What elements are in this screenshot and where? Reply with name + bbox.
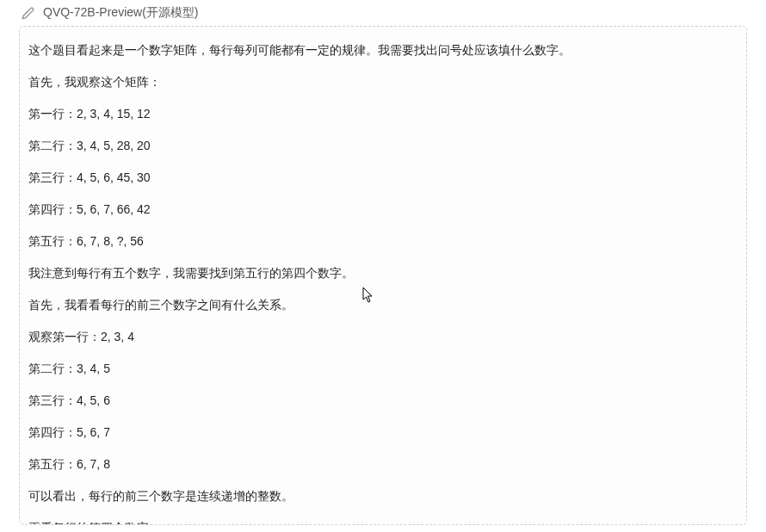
edit-icon[interactable] [21,6,34,20]
paragraph: 第四行：5, 6, 7, 66, 42 [28,201,738,219]
model-title: QVQ-72B-Preview(开源模型) [43,5,198,21]
paragraph: 可以看出，每行的前三个数字是连续递增的整数。 [28,487,738,505]
paragraph: 第四行：5, 6, 7 [28,424,738,442]
paragraph: 第三行：4, 5, 6, 45, 30 [28,169,738,187]
paragraph: 第五行：6, 7, 8 [28,455,738,473]
paragraph: 这个题目看起来是一个数字矩阵，每行每列可能都有一定的规律。我需要找出问号处应该填… [28,41,738,59]
paragraph: 观察第一行：2, 3, 4 [28,328,738,346]
paragraph: 首先，我观察这个矩阵： [28,73,738,91]
header: QVQ-72B-Preview(开源模型) [0,0,766,26]
paragraph: 第三行：4, 5, 6 [28,392,738,410]
paragraph: 再看每行的第四个数字： [28,519,738,525]
paragraph: 第二行：3, 4, 5, 28, 20 [28,137,738,155]
content-text: 这个题目看起来是一个数字矩阵，每行每列可能都有一定的规律。我需要找出问号处应该填… [28,41,738,525]
paragraph: 第一行：2, 3, 4, 15, 12 [28,105,738,123]
paragraph: 我注意到每行有五个数字，我需要找到第五行的第四个数字。 [28,264,738,282]
content-wrapper: 这个题目看起来是一个数字矩阵，每行每列可能都有一定的规律。我需要找出问号处应该填… [0,26,766,525]
paragraph: 第五行：6, 7, 8, ?, 56 [28,232,738,251]
paragraph: 首先，我看看每行的前三个数字之间有什么关系。 [28,296,738,314]
paragraph: 第二行：3, 4, 5 [28,360,738,378]
content-box: 这个题目看起来是一个数字矩阵，每行每列可能都有一定的规律。我需要找出问号处应该填… [19,26,747,525]
